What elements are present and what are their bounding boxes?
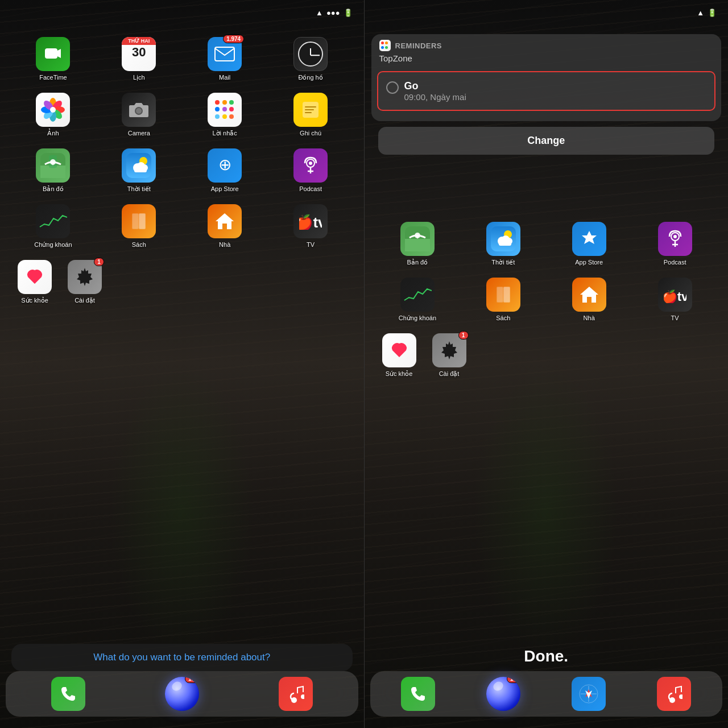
app-books[interactable]: Sách xyxy=(119,204,159,249)
podcast-label-right: Podcast xyxy=(664,259,686,266)
app-photos[interactable]: Ảnh xyxy=(33,93,73,137)
app-appstore-left[interactable]: ⊕ App Store xyxy=(205,148,245,193)
phone-icon-right xyxy=(401,677,435,711)
app-podcast-right[interactable]: Podcast xyxy=(655,222,695,266)
facetime-icon xyxy=(36,37,70,71)
app-home[interactable]: Nhà xyxy=(205,204,245,249)
reminder-circle[interactable] xyxy=(386,81,399,94)
svg-rect-2 xyxy=(215,47,234,61)
app-notes[interactable]: Ghi chú xyxy=(291,93,330,137)
app-camera[interactable]: Camera xyxy=(119,93,159,137)
health-icon-right xyxy=(382,333,416,367)
svg-marker-56 xyxy=(580,287,598,303)
dock-siri[interactable]: 168 xyxy=(162,677,202,711)
books-label-right: Sách xyxy=(496,315,510,321)
app-calendar[interactable]: THỨ HAI 30 Lịch xyxy=(119,37,159,81)
wifi-icon-right: ▲ xyxy=(697,9,704,17)
svg-point-30 xyxy=(309,162,312,165)
books-icon xyxy=(122,204,156,238)
health-label-right: Sức khỏe xyxy=(386,370,413,378)
siri-prompt-text: What do you want to be reminded about? xyxy=(23,652,341,663)
app-clock[interactable]: Đồng hồ xyxy=(291,37,330,81)
status-bar-left: ▲ ●●● 🔋 xyxy=(0,0,364,25)
svg-point-11 xyxy=(50,107,56,113)
svg-marker-35 xyxy=(216,213,234,229)
done-text: Done. xyxy=(365,647,729,665)
home-icon xyxy=(208,204,242,238)
svg-marker-1 xyxy=(57,49,61,58)
weather-icon xyxy=(122,148,156,183)
app-appstore-right[interactable]: App Store xyxy=(569,222,609,266)
cal-day: 30 xyxy=(132,45,146,60)
siri-icon-right: 168 xyxy=(486,677,520,711)
tv-label-right: TV xyxy=(671,315,679,321)
dock-phone[interactable] xyxy=(48,677,88,711)
siri-prompt: What do you want to be reminded about? xyxy=(11,644,353,671)
app-row-r1: Bản đồ Thời tiết xyxy=(375,222,718,266)
app-weather-right[interactable]: Thời tiết xyxy=(483,222,523,266)
safari-icon-right xyxy=(572,677,606,711)
app-stocks[interactable]: Chứng khoán xyxy=(33,204,73,249)
app-settings[interactable]: 1 Cài đặt xyxy=(65,260,105,304)
app-settings-right[interactable]: 1 Cài đặt xyxy=(429,333,469,378)
dock-safari-right[interactable] xyxy=(569,677,609,711)
svg-rect-15 xyxy=(305,106,316,107)
dock-phone-right[interactable] xyxy=(398,677,438,711)
svg-rect-33 xyxy=(133,214,138,229)
svg-rect-17 xyxy=(305,112,312,113)
app-row-3: Bản đồ Thời tiết xyxy=(10,148,354,193)
left-screen: ▲ ●●● 🔋 FaceTime THỨ HAI 30 Lịch xyxy=(0,0,364,728)
change-button[interactable]: Change xyxy=(378,127,715,155)
settings-label: Cài đặt xyxy=(75,297,95,304)
svg-text:🍎tv: 🍎tv xyxy=(299,213,322,230)
app-podcast-left[interactable]: Podcast xyxy=(291,148,330,193)
mail-badge: 1.974 xyxy=(223,35,244,43)
clock-label: Đồng hồ xyxy=(298,74,322,81)
dock-music-right[interactable] xyxy=(654,677,694,711)
clock-icon xyxy=(293,37,328,71)
dock-siri-right[interactable]: 168 xyxy=(483,677,523,711)
app-stocks-right[interactable]: Chứng khoán xyxy=(398,278,437,322)
maps-label-right: Bản đồ xyxy=(407,259,428,266)
notif-list-name: TopZone xyxy=(371,53,722,68)
app-home-right[interactable]: Nhà xyxy=(569,278,609,322)
signal-icon-left: ●●● xyxy=(326,9,340,17)
battery-icon-right: 🔋 xyxy=(708,9,717,17)
appstore-label-right: App Store xyxy=(575,259,603,266)
app-books-right[interactable]: Sách xyxy=(483,278,523,322)
app-health[interactable]: Sức khỏe xyxy=(15,260,55,304)
reminder-title: Go xyxy=(404,80,707,92)
maps-icon xyxy=(36,148,70,183)
books-label: Sách xyxy=(132,241,146,248)
mail-icon: 1.974 xyxy=(208,37,242,71)
weather-label: Thời tiết xyxy=(127,185,151,193)
app-health-right[interactable]: Sức khỏe xyxy=(379,333,419,378)
notif-app-icon xyxy=(379,40,391,51)
app-maps-right[interactable]: Bản đồ xyxy=(398,222,437,266)
app-facetime[interactable]: FaceTime xyxy=(33,37,73,81)
appstore-icon-left: ⊕ xyxy=(208,148,242,183)
phone-icon xyxy=(51,677,85,711)
music-icon xyxy=(279,677,313,711)
settings-badge: 1 xyxy=(94,258,104,266)
app-tv-right[interactable]: 🍎tv TV xyxy=(655,278,695,322)
app-maps[interactable]: Bản đồ xyxy=(33,148,73,193)
reminder-time: 09:00, Ngày mai xyxy=(404,92,707,102)
maps-label: Bản đồ xyxy=(43,185,64,193)
svg-point-39 xyxy=(301,694,304,699)
maps-icon-right xyxy=(400,222,435,256)
music-icon-right xyxy=(657,677,691,711)
dock-music[interactable] xyxy=(276,677,316,711)
app-row-r3: Sức khỏe 1 Cài đặt xyxy=(375,333,718,378)
app-mail[interactable]: 1.974 Mail xyxy=(205,37,245,81)
app-weather[interactable]: Thời tiết xyxy=(119,148,159,193)
app-tv[interactable]: 🍎tv TV xyxy=(291,204,330,249)
svg-rect-34 xyxy=(139,214,145,229)
notes-label: Ghi chú xyxy=(300,130,321,136)
siri-badge-right: 168 xyxy=(507,677,521,683)
photos-label: Ảnh xyxy=(47,130,59,137)
svg-text:⊕: ⊕ xyxy=(218,156,231,173)
app-reminders[interactable]: Lời nhắc xyxy=(205,93,245,137)
app-grid-right: Bản đồ Thời tiết xyxy=(365,216,729,395)
reminders-label: Lời nhắc xyxy=(213,130,237,137)
